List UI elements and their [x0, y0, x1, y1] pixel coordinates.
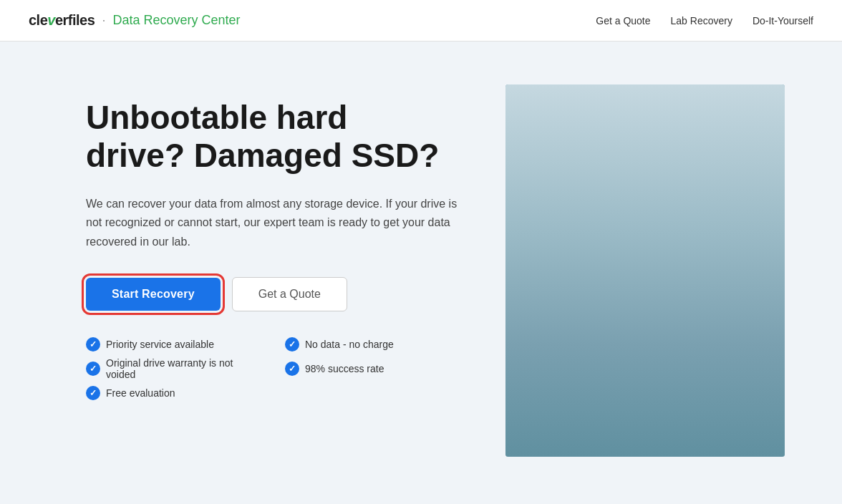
left-panel: Unbootable hard drive? Damaged SSD? We c…: [86, 84, 463, 400]
hero-headline: Unbootable hard drive? Damaged SSD?: [86, 99, 463, 175]
nav-get-quote[interactable]: Get a Quote: [596, 15, 650, 26]
check-icon: [86, 362, 100, 376]
feature-label: Free evaluation: [106, 387, 175, 399]
logo-subtitle: Data Recovery Center: [112, 13, 240, 28]
feature-item: No data - no charge: [285, 337, 463, 352]
hero-description: We can recover your data from almost any…: [86, 195, 458, 251]
check-icon: [86, 337, 100, 352]
check-icon: [86, 386, 100, 400]
feature-label: No data - no charge: [305, 339, 394, 350]
feature-label: Priority service available: [106, 339, 214, 350]
nav-diy[interactable]: Do-It-Yourself: [753, 15, 813, 26]
hero-image-panel: [505, 84, 785, 457]
nav-lab-recovery[interactable]: Lab Recovery: [671, 15, 732, 26]
main-nav: Get a Quote Lab Recovery Do-It-Yourself: [596, 15, 813, 26]
site-header: cleverfiles · Data Recovery Center Get a…: [0, 0, 842, 42]
feature-label: 98% success rate: [305, 363, 384, 374]
check-icon: [285, 337, 299, 352]
features-list: Priority service available No data - no …: [86, 337, 463, 400]
cta-buttons: Start Recovery Get a Quote: [86, 277, 463, 311]
get-quote-button[interactable]: Get a Quote: [232, 277, 347, 311]
feature-item: Original drive warranty is not voided: [86, 357, 263, 380]
feature-item: 98% success rate: [285, 357, 463, 380]
feature-label: Original drive warranty is not voided: [106, 357, 263, 380]
hero-image: [505, 84, 785, 457]
logo-separator: ·: [102, 13, 105, 28]
feature-item: Free evaluation: [86, 386, 263, 400]
start-recovery-button[interactable]: Start Recovery: [86, 278, 221, 311]
main-content: Unbootable hard drive? Damaged SSD? We c…: [0, 42, 842, 504]
logo-brand: cleverfiles: [29, 12, 95, 29]
feature-item: Priority service available: [86, 337, 263, 352]
logo-area: cleverfiles · Data Recovery Center: [29, 12, 240, 29]
check-icon: [285, 362, 299, 376]
